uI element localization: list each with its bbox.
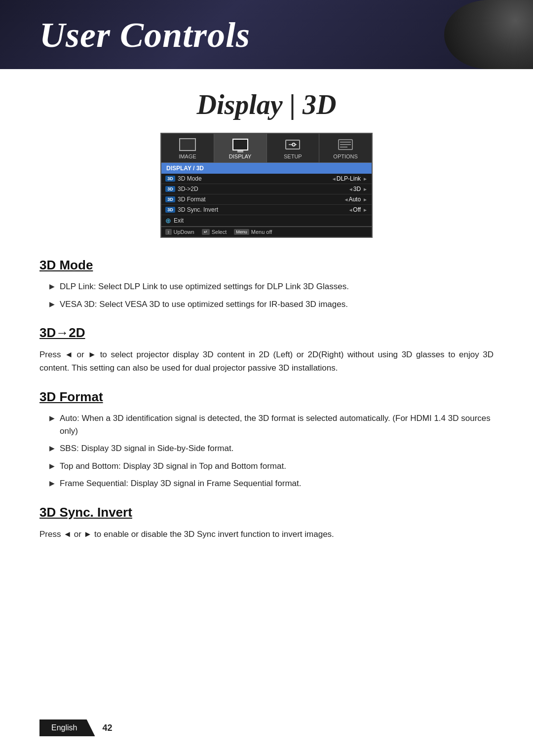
section-3d-sync-invert: 3D Sync. Invert Press ◄ or ► to enable o…: [39, 505, 494, 541]
bullet-arrow-icon: ▶: [49, 443, 55, 454]
header-section: User Controls: [0, 0, 533, 69]
section-3d-mode: 3D Mode ▶ DLP Link: Select DLP Link to u…: [39, 258, 494, 310]
display-icon: [231, 138, 249, 151]
value-3dmode: DLP-Link: [337, 175, 361, 182]
heading-3d-mode: 3D Mode: [39, 258, 494, 273]
heading-3d-format: 3D Format: [39, 389, 494, 405]
section-3d-format: 3D Format ▶ Auto: When a 3D identificati…: [39, 389, 494, 490]
menu-footer: ↕ UpDown ↵ Select Menu Menu off: [161, 227, 372, 237]
tab-options[interactable]: OPTIONS: [319, 134, 372, 162]
bullet-arrow-icon: ▶: [49, 478, 55, 489]
heading-3d-sync-invert: 3D Sync. Invert: [39, 505, 494, 520]
footer-menuoff-label: Menu off: [251, 229, 272, 235]
value-3dsyncinvert: Off: [353, 206, 361, 213]
menu-tabs: IMAGE DISPLAY SETUP: [161, 134, 372, 163]
arrow-left-3dto2d: ◄: [348, 187, 353, 192]
exit-icon: ⊕: [165, 217, 171, 225]
menu-section-header: DISPLAY / 3D: [161, 163, 372, 174]
footer-updown-label: UpDown: [174, 229, 194, 235]
page-footer: English 42: [0, 719, 533, 736]
menuoff-icon: Menu: [234, 229, 249, 235]
list-3d-mode: ▶ DLP Link: Select DLP Link to use optim…: [49, 280, 494, 310]
list-item: ▶ Top and Bottom: Display 3D signal in T…: [49, 460, 494, 473]
badge-3dformat: 3D: [165, 196, 175, 202]
arrow-left-3dmode: ◄: [332, 176, 337, 182]
list-item-text: VESA 3D: Select VESA 3D to use optimized…: [60, 298, 348, 311]
arrow-left-3dsyncinvert: ◄: [348, 207, 353, 213]
footer-select: ↵ Select: [202, 229, 227, 235]
tab-options-label: OPTIONS: [333, 153, 358, 159]
value-3dformat: Auto: [348, 196, 361, 203]
arrow-right-3dsyncinvert: ►: [363, 207, 368, 213]
arrow-right-3dto2d: ►: [363, 187, 368, 192]
tab-display-label: DISPLAY: [229, 153, 252, 159]
main-content: Display | 3D IMAGE DISPLAY: [0, 69, 533, 585]
badge-3dto2d: 3D: [165, 186, 175, 192]
list-item: ▶ Frame Sequential: Display 3D signal in…: [49, 477, 494, 490]
bullet-arrow-icon: ▶: [49, 413, 55, 423]
list-item-text: Frame Sequential: Display 3D signal in F…: [60, 477, 301, 490]
list-item: ▶ Auto: When a 3D identification signal …: [49, 412, 494, 437]
list-item-text: SBS: Display 3D signal in Side-by-Side f…: [60, 442, 233, 455]
page-number: 42: [102, 723, 112, 733]
arrow-left-3dformat: ◄: [344, 197, 349, 202]
menu-label-3dsyncinvert: 3D Sync. Invert: [178, 206, 348, 213]
menu-label-3dmode: 3D Mode: [178, 175, 332, 182]
menu-row-3dto2d[interactable]: 3D 3D->2D ◄ 3D ►: [161, 184, 372, 194]
section-3d-to-2d: 3D→2D Press ◄ or ► to select projector d…: [39, 325, 494, 375]
heading-3dto2d: 3D→2D: [39, 325, 494, 340]
select-icon: ↵: [202, 229, 210, 235]
menu-label-3dto2d: 3D->2D: [178, 186, 348, 192]
options-icon: [337, 138, 354, 151]
badge-3dsyncinvert: 3D: [165, 207, 175, 213]
list-item: ▶ DLP Link: Select DLP Link to use optim…: [49, 280, 494, 293]
badge-3d-mode: 3D: [165, 176, 175, 182]
para-3d-sync-invert: Press ◄ or ► to enable or disable the 3D…: [39, 528, 494, 541]
list-item-text: Top and Bottom: Display 3D signal in Top…: [60, 460, 286, 473]
setup-icon: [284, 138, 302, 151]
tab-setup-label: SETUP: [284, 153, 302, 159]
tab-setup[interactable]: SETUP: [267, 134, 320, 162]
menu-row-3dsyncinvert[interactable]: 3D 3D Sync. Invert ◄ Off ►: [161, 205, 372, 215]
bullet-arrow-icon: ▶: [49, 281, 55, 292]
bullet-arrow-icon: ▶: [49, 299, 55, 309]
updown-icon: ↕: [165, 229, 172, 235]
arrow-right-3dmode: ►: [363, 176, 368, 182]
tab-display[interactable]: DISPLAY: [214, 134, 267, 162]
list-item-text: Auto: When a 3D identification signal is…: [60, 412, 494, 437]
bullet-arrow-icon: ▶: [49, 461, 55, 471]
arrow-right-3dformat: ►: [363, 197, 368, 202]
page-title: User Controls: [39, 15, 250, 56]
menu-row-exit[interactable]: ⊕ Exit: [161, 215, 372, 227]
footer-updown: ↕ UpDown: [165, 229, 194, 235]
list-item-text: DLP Link: Select DLP Link to use optimiz…: [60, 280, 349, 293]
menu-label-exit: Exit: [174, 217, 368, 224]
footer-menuoff: Menu Menu off: [234, 229, 272, 235]
menu-ui: IMAGE DISPLAY SETUP: [160, 133, 373, 238]
list-item: ▶ VESA 3D: Select VESA 3D to use optimiz…: [49, 298, 494, 311]
menu-row-3dformat[interactable]: 3D 3D Format ◄ Auto ►: [161, 194, 372, 205]
image-icon: [179, 138, 196, 151]
para-3dto2d: Press ◄ or ► to select projector display…: [39, 348, 494, 375]
language-badge: English: [39, 719, 95, 736]
list-item: ▶ SBS: Display 3D signal in Side-by-Side…: [49, 442, 494, 455]
list-3d-format: ▶ Auto: When a 3D identification signal …: [49, 412, 494, 490]
menu-label-3dformat: 3D Format: [178, 196, 344, 203]
tab-image[interactable]: IMAGE: [161, 134, 214, 162]
tab-image-label: IMAGE: [179, 153, 196, 159]
svg-point-2: [292, 143, 295, 146]
value-3dto2d: 3D: [353, 186, 361, 192]
menu-row-3dmode[interactable]: 3D 3D Mode ◄ DLP-Link ►: [161, 174, 372, 184]
display-subtitle: Display | 3D: [39, 89, 494, 120]
footer-select-label: Select: [212, 229, 227, 235]
